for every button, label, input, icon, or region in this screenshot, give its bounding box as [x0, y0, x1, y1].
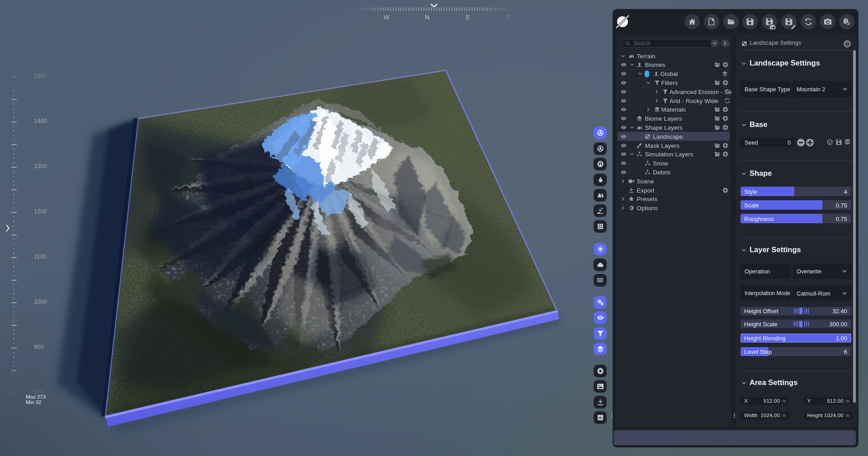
svg-text:1400: 1400: [34, 118, 47, 124]
svg-text:1300: 1300: [34, 163, 47, 169]
svg-text:Min 32: Min 32: [26, 400, 42, 405]
svg-text:1200: 1200: [34, 208, 47, 215]
svg-text:Max 273: Max 273: [26, 394, 46, 400]
svg-text:N: N: [425, 14, 429, 21]
svg-text:E: E: [466, 14, 470, 21]
svg-text:900: 900: [34, 343, 44, 350]
svg-text:1000: 1000: [34, 298, 47, 305]
svg-text:1100: 1100: [34, 253, 47, 260]
svg-text:S: S: [506, 14, 510, 21]
svg-text:1500: 1500: [34, 72, 47, 79]
svg-text:W: W: [383, 14, 390, 21]
